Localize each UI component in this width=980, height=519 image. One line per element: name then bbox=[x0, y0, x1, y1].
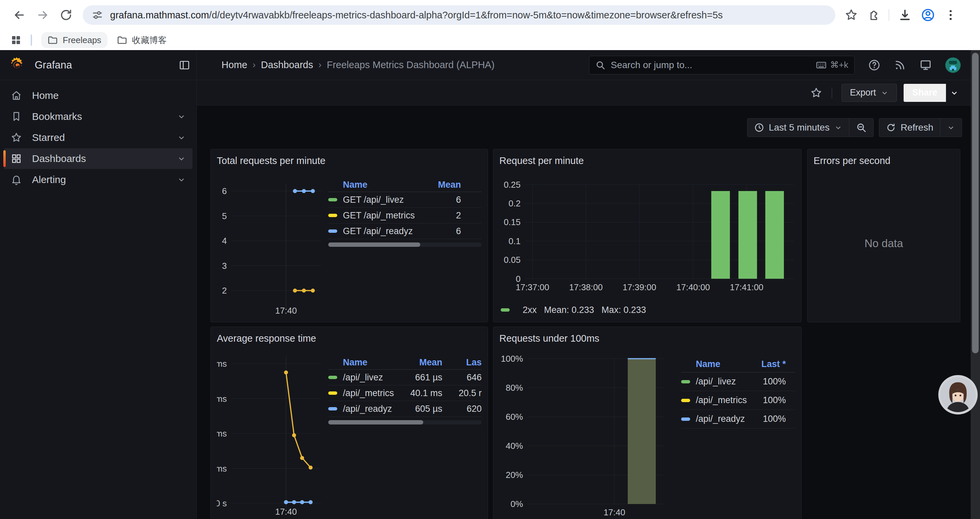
bookmark-folder-blogs[interactable]: 收藏博客 bbox=[111, 32, 173, 49]
zoom-out-button[interactable] bbox=[849, 118, 873, 137]
panel-title[interactable]: Total requests per minute bbox=[217, 154, 482, 169]
browser-reload-button[interactable] bbox=[57, 6, 75, 24]
apps-grid-icon[interactable] bbox=[10, 34, 22, 46]
series-swatch bbox=[328, 198, 337, 201]
chart-average-response-time[interactable]: 80 ms60 ms40 ms20 ms0 s17:40 bbox=[217, 347, 323, 519]
chart-requests-under-100ms[interactable]: 100%80%60%40%20%0%17:40 bbox=[500, 347, 681, 519]
series-swatch bbox=[681, 417, 690, 421]
chart-total-requests[interactable]: 6543217:40 bbox=[217, 169, 323, 318]
svg-text:17:39:00: 17:39:00 bbox=[623, 283, 657, 292]
svg-text:17:40: 17:40 bbox=[275, 306, 297, 316]
assistant-avatar-image bbox=[941, 377, 975, 412]
panel-title[interactable]: Errors per second bbox=[813, 154, 954, 169]
page-scrollbar[interactable] bbox=[970, 50, 980, 519]
sidebar-collapse-icon[interactable] bbox=[178, 59, 191, 71]
search-input[interactable]: Search or jump to... ⌘+k bbox=[589, 56, 854, 75]
sidebar-item-dashboards[interactable]: Dashboards bbox=[4, 148, 192, 169]
browser-menu-icon[interactable] bbox=[944, 8, 957, 22]
sidebar-item-home[interactable]: Home bbox=[4, 85, 192, 106]
floating-assistant-avatar[interactable] bbox=[941, 377, 975, 412]
refresh-button[interactable]: Refresh bbox=[879, 118, 940, 137]
reload-icon bbox=[60, 9, 72, 21]
refresh-icon bbox=[886, 123, 896, 133]
svg-text:40%: 40% bbox=[506, 441, 523, 451]
svg-text:80 ms: 80 ms bbox=[217, 359, 227, 369]
grafana-header: Home › Dashboards › Freeleaps Metrics Da… bbox=[197, 50, 970, 80]
main-area: Home › Dashboards › Freeleaps Metrics Da… bbox=[197, 50, 980, 519]
svg-text:20 ms: 20 ms bbox=[217, 463, 227, 474]
legend-line[interactable]: 2xx Mean: 0.233 Max: 0.233 bbox=[500, 303, 795, 317]
legend-row[interactable]: GET /api/_livez 6 bbox=[328, 192, 482, 208]
series-swatch bbox=[501, 308, 510, 311]
svg-text:60%: 60% bbox=[506, 412, 523, 422]
breadcrumb-separator: › bbox=[253, 60, 256, 70]
panel-title[interactable]: Request per minute bbox=[500, 154, 795, 169]
svg-text:17:38:00: 17:38:00 bbox=[569, 283, 603, 292]
search-shortcut: ⌘+k bbox=[816, 59, 848, 71]
breadcrumb-dashboards[interactable]: Dashboards bbox=[261, 59, 313, 70]
legend-table: Name Mean Las /api/_livez 661 µs 646 bbox=[328, 356, 482, 519]
bookmark-folder-freeleaps[interactable]: Freeleaps bbox=[41, 32, 107, 48]
bookmark-star-icon[interactable] bbox=[845, 8, 858, 22]
legend-scrollbar[interactable] bbox=[328, 243, 482, 247]
legend-row[interactable]: /api/_readyz 605 µs 620 bbox=[328, 401, 482, 417]
legend-row[interactable]: /api/_metrics 100% bbox=[681, 391, 795, 410]
dashboard-toolbar: Export Share bbox=[197, 80, 970, 105]
time-controls: Last 5 minutes Refresh bbox=[197, 118, 962, 137]
share-button[interactable]: Share bbox=[904, 84, 946, 102]
folder-icon bbox=[117, 35, 127, 45]
breadcrumb-home[interactable]: Home bbox=[221, 59, 247, 70]
export-button[interactable]: Export bbox=[842, 84, 897, 102]
chevron-down-icon bbox=[834, 124, 842, 132]
scrollbar-thumb[interactable] bbox=[972, 53, 978, 353]
svg-text:4: 4 bbox=[222, 236, 227, 246]
chevron-down-icon bbox=[947, 124, 955, 132]
panel-total-requests-per-minute: Total requests per minute 6543217:40 Nam… bbox=[210, 149, 488, 322]
chevron-down-icon bbox=[177, 112, 186, 121]
series-swatch bbox=[328, 407, 337, 410]
share-menu-button[interactable] bbox=[947, 84, 962, 102]
browser-back-button[interactable] bbox=[10, 6, 29, 24]
bookmark-icon bbox=[11, 111, 22, 122]
clock-icon bbox=[754, 123, 764, 133]
star-icon bbox=[11, 132, 22, 143]
legend-row[interactable]: /api/_livez 100% bbox=[681, 372, 795, 391]
user-avatar[interactable] bbox=[945, 57, 961, 73]
download-icon[interactable] bbox=[898, 8, 912, 22]
brand-name: Grafana bbox=[35, 59, 178, 71]
sidebar-item-label: Home bbox=[32, 90, 186, 101]
forward-arrow-icon bbox=[36, 8, 49, 22]
legend-row[interactable]: /api/_readyz 100% bbox=[681, 410, 795, 428]
svg-text:80%: 80% bbox=[506, 383, 523, 393]
legend-row[interactable]: /api/_metrics 40.1 ms 20.5 r bbox=[328, 385, 482, 401]
time-range-picker[interactable]: Last 5 minutes bbox=[748, 118, 849, 137]
monitor-icon[interactable] bbox=[919, 59, 932, 72]
legend-table: Name Mean GET /api/_livez 6 GET /api/_me… bbox=[328, 178, 482, 317]
panel-title[interactable]: Average response time bbox=[217, 332, 482, 347]
browser-forward-button[interactable] bbox=[33, 6, 52, 24]
sidebar-item-bookmarks[interactable]: Bookmarks bbox=[4, 106, 192, 127]
legend-scrollbar[interactable] bbox=[328, 420, 482, 425]
legend-row[interactable]: GET /api/_metrics 2 bbox=[328, 208, 482, 224]
grafana-app: Grafana Home Bookmarks Starred bbox=[0, 50, 980, 519]
panel-title[interactable]: Requests under 100ms bbox=[500, 332, 795, 347]
grafana-logo[interactable] bbox=[8, 56, 25, 74]
extensions-icon[interactable] bbox=[867, 8, 880, 22]
sidebar-item-alerting[interactable]: Alerting bbox=[4, 169, 192, 190]
legend-row[interactable]: GET /api/_readyz 6 bbox=[328, 224, 482, 239]
url-bar[interactable]: grafana.mathmast.com/d/deytv4rwavabkb/fr… bbox=[83, 5, 835, 25]
chart-request-per-minute[interactable]: 0.250.20.150.10.05017:37:0017:38:0017:39… bbox=[500, 169, 797, 303]
search-placeholder: Search or jump to... bbox=[611, 60, 816, 70]
sidebar-item-label: Alerting bbox=[32, 174, 177, 185]
help-icon[interactable] bbox=[868, 59, 881, 72]
news-rss-icon[interactable] bbox=[894, 59, 906, 71]
series-swatch bbox=[328, 391, 337, 395]
toolbar-divider bbox=[889, 9, 889, 21]
favorite-star-icon[interactable] bbox=[810, 87, 822, 99]
profile-icon[interactable] bbox=[921, 8, 935, 22]
refresh-interval-button[interactable] bbox=[940, 118, 962, 137]
site-settings-icon[interactable] bbox=[91, 9, 103, 21]
legend-row[interactable]: /api/_livez 661 µs 646 bbox=[328, 370, 482, 385]
sidebar-item-starred[interactable]: Starred bbox=[4, 127, 192, 148]
svg-text:0.25: 0.25 bbox=[504, 180, 520, 189]
